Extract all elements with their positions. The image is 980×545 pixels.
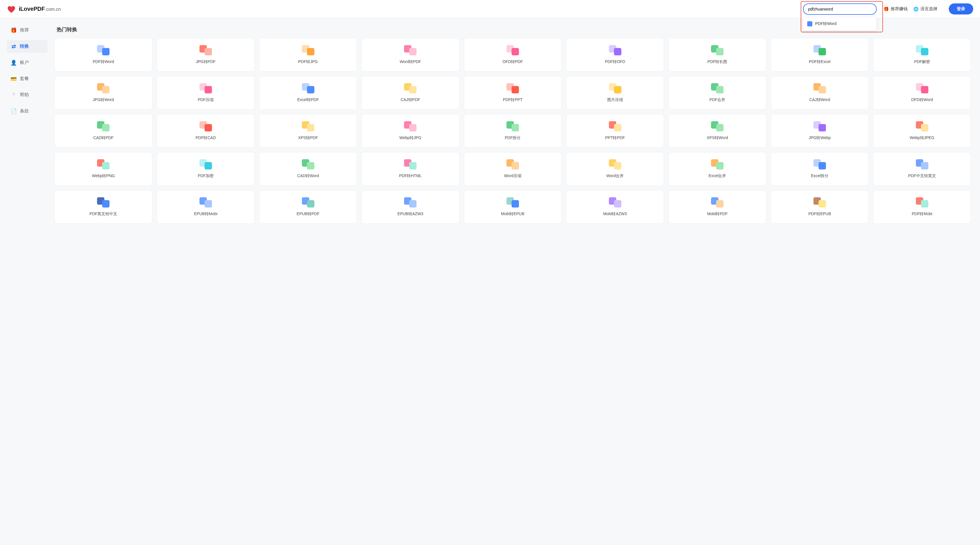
tool-label: Excel转PDF xyxy=(298,97,319,102)
tool-card[interactable]: XPS转Word xyxy=(668,114,766,148)
tool-card[interactable]: Word合并 xyxy=(566,152,664,186)
tools-grid: PDF转WordJPG转PDFPDF转JPGWord转PDFOFD转PDFPDF… xyxy=(54,38,971,224)
tool-card[interactable]: OFD转Word xyxy=(873,76,971,110)
sidebar-item-条款[interactable]: 📄条款 xyxy=(7,105,48,118)
tool-icon xyxy=(199,159,212,169)
tool-card[interactable]: PDF转JPG xyxy=(259,38,357,72)
tool-card[interactable]: EPUB转Mobi xyxy=(157,190,255,224)
tool-icon xyxy=(506,83,519,93)
tool-icon xyxy=(404,121,417,131)
referral-link[interactable]: 🎁 推荐赚钱 xyxy=(883,6,908,12)
tool-icon xyxy=(404,83,417,93)
tool-card[interactable]: Excel转PDF xyxy=(259,76,357,110)
tool-label: CAJ转Word xyxy=(809,97,830,102)
tool-card[interactable]: PDF转EPUB xyxy=(771,190,869,224)
tool-icon xyxy=(199,83,212,93)
logo[interactable]: iLovePDF.com.cn xyxy=(7,5,61,14)
user-icon: 👤 xyxy=(11,60,16,65)
tool-icon xyxy=(302,197,314,207)
tool-card[interactable]: PDF转Mobi xyxy=(873,190,971,224)
tool-label: PDF解密 xyxy=(914,59,930,64)
tool-label: PDF转OFD xyxy=(605,59,625,64)
tool-card[interactable]: JPG转Word xyxy=(54,76,152,110)
tool-icon xyxy=(916,83,928,93)
tool-card[interactable]: JPG转Webp xyxy=(771,114,869,148)
pdf-to-word-icon xyxy=(807,21,812,26)
tool-card[interactable]: PDF英文转中文 xyxy=(54,190,152,224)
tool-icon xyxy=(506,159,519,169)
brand-name: iLovePDF.com.cn xyxy=(19,6,61,12)
search-suggestion-item[interactable]: PDF转Word xyxy=(803,18,877,29)
tool-label: PDF加密 xyxy=(198,174,214,178)
tool-card[interactable]: PDF加密 xyxy=(157,152,255,186)
header-nav: 🎁 推荐赚钱 🌐 语言选择 登录 xyxy=(883,3,973,14)
tool-card[interactable]: CAJ转Word xyxy=(771,76,869,110)
tool-icon xyxy=(199,197,212,207)
tool-card[interactable]: Mobi转PDF xyxy=(668,190,766,224)
tool-card[interactable]: PDF转OFD xyxy=(566,38,664,72)
tool-card[interactable]: PDF压缩 xyxy=(157,76,255,110)
tool-card[interactable]: CAD转Word xyxy=(259,152,357,186)
tool-label: PDF转JPG xyxy=(298,59,318,64)
tool-label: PDF中文转英文 xyxy=(908,174,936,178)
tool-card[interactable]: Webp转JPG xyxy=(361,114,459,148)
search-input[interactable] xyxy=(803,3,877,15)
tool-label: EPUB转Mobi xyxy=(194,212,217,217)
tool-card[interactable]: Mobi转AZW3 xyxy=(566,190,664,224)
tool-label: JPG转PDF xyxy=(196,59,215,64)
tool-card[interactable]: OFD转PDF xyxy=(464,38,562,72)
tool-card[interactable]: PDF转PPT xyxy=(464,76,562,110)
search-area: PDF转Word xyxy=(803,3,877,15)
tool-icon xyxy=(97,45,110,55)
sidebar-item-转换[interactable]: ⇄转换 xyxy=(7,40,48,53)
tool-label: PDF转PPT xyxy=(503,97,522,102)
sidebar-item-帮助[interactable]: ?帮助 xyxy=(7,89,48,101)
tool-card[interactable]: PPT转PDF xyxy=(566,114,664,148)
tool-card[interactable]: 图片压缩 xyxy=(566,76,664,110)
tool-icon xyxy=(97,159,110,169)
login-button[interactable]: 登录 xyxy=(949,3,973,14)
tool-card[interactable]: PDF转Word xyxy=(54,38,152,72)
tool-card[interactable]: CAD转PDF xyxy=(54,114,152,148)
tool-label: PDF合并 xyxy=(710,97,725,102)
tool-card[interactable]: EPUB转AZW3 xyxy=(361,190,459,224)
sidebar-item-推荐[interactable]: 🎁推荐 xyxy=(7,24,48,37)
tool-label: Webp转JPEG xyxy=(910,135,934,140)
tool-card[interactable]: Word转PDF xyxy=(361,38,459,72)
tool-label: Excel合并 xyxy=(708,174,726,178)
gift-icon: 🎁 xyxy=(11,27,16,33)
sidebar-item-label: 账户 xyxy=(20,60,29,65)
sidebar-item-账户[interactable]: 👤账户 xyxy=(7,56,48,69)
convert-icon: ⇄ xyxy=(11,44,16,49)
tool-card[interactable]: PDF合并 xyxy=(668,76,766,110)
tool-card[interactable]: PDF拆分 xyxy=(464,114,562,148)
tool-label: CAJ转PDF xyxy=(401,97,420,102)
tool-icon xyxy=(916,45,928,55)
tool-card[interactable]: PDF中文转英文 xyxy=(873,152,971,186)
tool-label: Excel拆分 xyxy=(811,174,829,178)
tool-label: Mobi转EPUB xyxy=(501,212,524,217)
tool-card[interactable]: Mobi转EPUB xyxy=(464,190,562,224)
tool-card[interactable]: Word压缩 xyxy=(464,152,562,186)
tool-icon xyxy=(97,83,110,93)
tool-card[interactable]: Webp转JPEG xyxy=(873,114,971,148)
tool-label: Word合并 xyxy=(606,174,624,178)
tool-card[interactable]: PDF解密 xyxy=(873,38,971,72)
tool-card[interactable]: PDF转HTML xyxy=(361,152,459,186)
tool-card[interactable]: PDF转Excel xyxy=(771,38,869,72)
tool-card[interactable]: CAJ转PDF xyxy=(361,76,459,110)
help-icon: ? xyxy=(11,92,16,98)
tool-card[interactable]: EPUB转PDF xyxy=(259,190,357,224)
tool-card[interactable]: Excel合并 xyxy=(668,152,766,186)
language-selector[interactable]: 🌐 语言选择 xyxy=(913,6,937,12)
tool-card[interactable]: PDF转CAD xyxy=(157,114,255,148)
tool-card[interactable]: Webp转PNG xyxy=(54,152,152,186)
tool-card[interactable]: JPG转PDF xyxy=(157,38,255,72)
tool-card[interactable]: Excel拆分 xyxy=(771,152,869,186)
tool-card[interactable]: PDF转长图 xyxy=(668,38,766,72)
sidebar-item-套餐[interactable]: 💳套餐 xyxy=(7,72,48,85)
tool-label: PDF拆分 xyxy=(505,135,521,140)
tool-label: EPUB转PDF xyxy=(297,212,320,217)
tool-card[interactable]: XPS转PDF xyxy=(259,114,357,148)
tool-icon xyxy=(711,83,724,93)
